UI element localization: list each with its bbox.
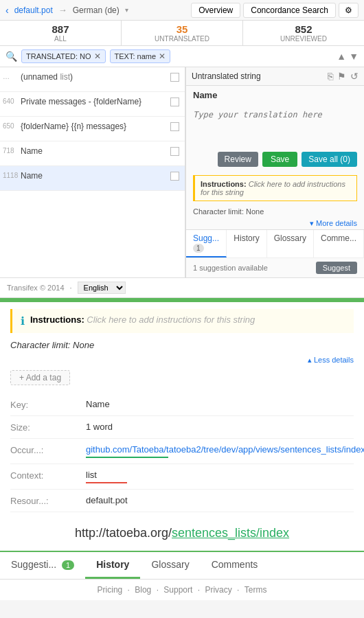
privacy-link[interactable]: Privacy: [205, 585, 231, 595]
occurrence-value: github.com/Tatoeba/tatoeba2/tree/dev/app…: [86, 444, 364, 458]
translation-actions: Review Save Save all (0): [186, 148, 364, 171]
list-item[interactable]: 718 Name: [0, 141, 185, 166]
support-link[interactable]: Support: [163, 585, 192, 595]
filter-tag-translated-close[interactable]: ✕: [94, 52, 101, 61]
stat-unreviewed-label: UNREVIEWED: [243, 35, 364, 43]
review-button[interactable]: Review: [218, 152, 258, 167]
detail-row-key: Key: Name: [10, 393, 354, 416]
filter-tag-text-label: TEXT: name: [115, 52, 157, 60]
detail-row-size: Size: 1 word: [10, 416, 354, 439]
terms-link[interactable]: Terms: [244, 585, 267, 595]
context-label: Context:: [10, 470, 86, 481]
stat-untranslated[interactable]: 35 UNTRANSLATED: [122, 21, 243, 45]
bottom-tab-history[interactable]: History: [85, 552, 140, 579]
copy-icon[interactable]: ⎘: [328, 71, 333, 82]
list-item-checkbox[interactable]: [170, 73, 179, 82]
list-item[interactable]: 640 Private messages - {folderName}: [0, 92, 185, 117]
tabs-row: Sugg... 1 History Glossary Comme...: [186, 229, 364, 258]
list-item[interactable]: … (unnamed list): [0, 67, 185, 92]
bottom-tab-suggestions[interactable]: Suggesti... 1: [0, 552, 85, 579]
pricing-link[interactable]: Pricing: [98, 585, 123, 595]
blog-link[interactable]: Blog: [135, 585, 151, 595]
occurrence-link[interactable]: github.com/Tatoeba/tatoeba2/tree/dev/app…: [86, 444, 364, 455]
char-limit-detail-value: None: [73, 340, 94, 350]
suggestion-count-text: 1 suggestion available: [193, 264, 268, 272]
filter-tag-translated[interactable]: TRANSLATED: NO ✕: [21, 49, 106, 63]
more-details-button[interactable]: ▾ More details: [186, 218, 364, 229]
nav-next-button[interactable]: ▼: [349, 51, 359, 62]
save-all-button[interactable]: Save all (0): [302, 152, 357, 167]
list-item-text: Name: [21, 170, 43, 182]
context-value: list: [86, 470, 354, 483]
footer-dot: ·: [128, 585, 130, 595]
header-bar: ‹ default.pot → German (de) ▾ Overview C…: [0, 0, 364, 21]
bottom-tab-suggestions-label: Suggesti...: [11, 559, 56, 570]
list-item-active[interactable]: 1118 Name: [0, 166, 185, 191]
language-dropdown-arrow[interactable]: ▾: [125, 6, 128, 14]
project-link[interactable]: default.pot: [14, 5, 53, 15]
flag-icon[interactable]: ⚑: [337, 71, 346, 82]
back-button[interactable]: ‹: [5, 5, 9, 16]
stat-all[interactable]: 887 ALL: [0, 21, 122, 45]
filter-tag-text-close[interactable]: ✕: [159, 52, 166, 61]
url-path[interactable]: sentences_lists/index: [172, 526, 289, 540]
suggest-button[interactable]: Suggest: [316, 262, 357, 274]
instructions-detail: ℹ Instructions: Click here to add instru…: [10, 309, 354, 333]
list-item-checkbox[interactable]: [170, 172, 179, 181]
tab-history[interactable]: History: [227, 230, 266, 258]
page-footer: Pricing · Blog · Support · Privacy · Ter…: [0, 580, 364, 600]
instructions-box: Instructions: Click here to add instruct…: [193, 175, 357, 201]
bottom-tab-comments[interactable]: Comments: [201, 552, 269, 579]
stats-bar: 887 ALL 35 UNTRANSLATED 852 UNREVIEWED: [0, 21, 364, 46]
footer-dot: ·: [198, 585, 200, 595]
key-label: Key:: [10, 399, 86, 410]
char-limit: Character limit: None: [186, 205, 364, 218]
brand-label: Transifex © 2014: [7, 284, 65, 292]
occurrence-underline: [86, 457, 168, 458]
footer-dot: ·: [237, 585, 239, 595]
instructions-detail-title: Instructions:: [30, 314, 84, 325]
overview-button[interactable]: Overview: [191, 3, 240, 18]
stat-unreviewed[interactable]: 852 UNREVIEWED: [243, 21, 364, 45]
key-value: Name: [86, 399, 354, 409]
stat-unreviewed-count: 852: [243, 23, 364, 35]
instructions-detail-text[interactable]: Click here to add instructions for this …: [87, 314, 255, 325]
tab-suggestions[interactable]: Sugg... 1: [186, 230, 227, 258]
add-tag-button[interactable]: + Add a tag: [10, 370, 70, 385]
char-limit-value: None: [246, 207, 264, 216]
char-limit-detail-label: Character limit:: [10, 340, 70, 350]
stat-untranslated-label: UNTRANSLATED: [122, 35, 242, 43]
suggestion-row: 1 suggestion available Suggest: [186, 258, 364, 277]
nav-prev-button[interactable]: ▲: [337, 51, 346, 62]
footer-dot: ·: [157, 585, 159, 595]
list-item-checkbox[interactable]: [170, 122, 179, 131]
save-button[interactable]: Save: [262, 152, 297, 167]
context-text: list: [86, 470, 97, 480]
resource-value: default.pot: [86, 495, 354, 505]
filter-input[interactable]: [174, 52, 332, 61]
list-item[interactable]: 650 {folderName} {{n} messages}: [0, 117, 185, 141]
list-item-text: Name: [21, 146, 43, 157]
filter-bar: 🔍 TRANSLATED: NO ✕ TEXT: name ✕ ▲ ▼: [0, 46, 364, 67]
url-domain: http://tatoeba.org/: [75, 526, 172, 540]
detail-row-resource: Resour...: default.pot: [10, 490, 354, 512]
concordance-search-button[interactable]: Concordance Search: [243, 3, 336, 18]
list-item-checkbox[interactable]: [170, 98, 179, 106]
size-value: 1 word: [86, 422, 354, 432]
list-item-num: 718: [3, 147, 14, 154]
undo-icon[interactable]: ↺: [350, 71, 359, 82]
untranslated-label: Untranslated string: [192, 71, 261, 81]
translation-textarea[interactable]: [186, 104, 364, 146]
stat-all-count: 887: [0, 23, 121, 35]
language-selector[interactable]: English German French: [78, 282, 126, 294]
settings-button[interactable]: ⚙: [339, 3, 359, 18]
string-list: … (unnamed list) 640 Private messages - …: [0, 67, 185, 277]
list-item-checkbox[interactable]: [170, 147, 179, 156]
list-item-text: Private messages - {folderName}: [21, 96, 141, 108]
tab-glossary[interactable]: Glossary: [267, 230, 314, 258]
list-item-text: (unnamed list): [21, 71, 73, 83]
filter-tag-text[interactable]: TEXT: name ✕: [110, 49, 171, 63]
less-details-button[interactable]: ▴ Less details: [10, 356, 354, 365]
tab-comments[interactable]: Comme...: [314, 230, 364, 258]
bottom-tab-glossary[interactable]: Glossary: [140, 552, 200, 579]
